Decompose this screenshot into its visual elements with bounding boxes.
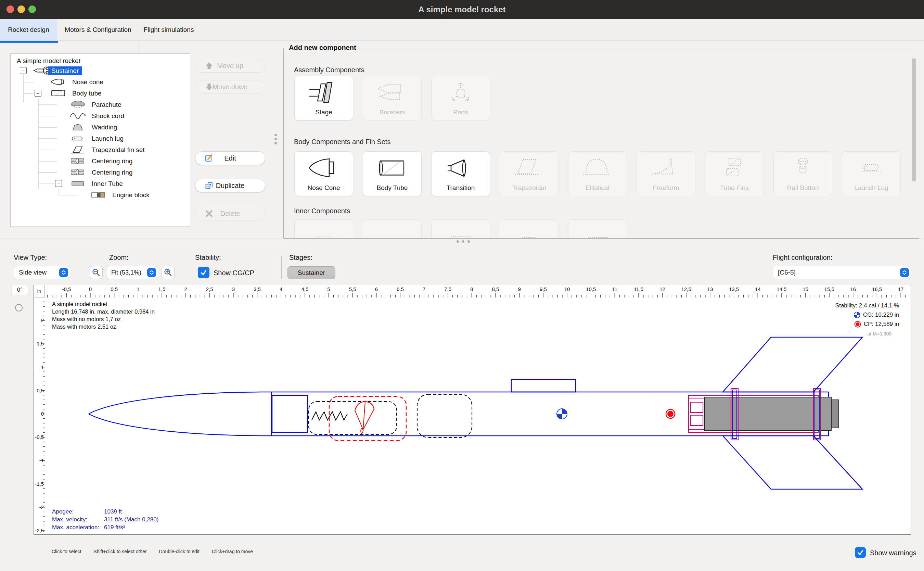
cp-marker bbox=[666, 409, 675, 418]
add-trapezoidal-card: Trapezoidal bbox=[500, 151, 559, 196]
svg-text:-2,5: -2,5 bbox=[35, 528, 44, 533]
section-label: Inner Components bbox=[294, 207, 350, 215]
stage-toggle-sustainer[interactable]: Sustainer bbox=[288, 266, 336, 279]
tree-connector bbox=[38, 99, 38, 189]
tree-item-parachute[interactable]: Parachute bbox=[90, 99, 123, 110]
svg-text:1: 1 bbox=[137, 286, 139, 292]
boosters-icon bbox=[363, 76, 421, 108]
horizontal-drag-handle[interactable] bbox=[456, 240, 470, 243]
view-type-select[interactable]: Side view bbox=[14, 266, 70, 279]
wadding-outline bbox=[417, 394, 472, 437]
tree-item-launch-lug[interactable]: Launch lug bbox=[90, 133, 125, 144]
flight-stat-row: Max. acceleration:619 ft/s² bbox=[52, 523, 159, 531]
zoom-out-button[interactable] bbox=[90, 266, 103, 279]
tree-item-wadding[interactable]: Wadding bbox=[90, 122, 119, 133]
horizontal-splitter[interactable] bbox=[0, 239, 924, 239]
tab-motors-configuration[interactable]: Motors & Configuration bbox=[57, 19, 139, 41]
flight-config-label: Flight configuration: bbox=[773, 254, 833, 262]
tree-item-label: Launch lug bbox=[90, 134, 125, 143]
tree-item-label: Sustainer bbox=[48, 66, 82, 75]
chevron-updown-icon bbox=[147, 268, 156, 277]
info-length: Length 16,748 in, max. diameter 0,984 in bbox=[52, 308, 155, 315]
move-down-icon bbox=[205, 83, 213, 91]
tree-item-engine-block[interactable]: Engine block bbox=[111, 189, 151, 201]
tree-item-body-tube[interactable]: Body tube bbox=[71, 88, 103, 99]
tree-item-nose-cone[interactable]: Nose cone bbox=[71, 76, 105, 88]
zoom-select[interactable]: Fit (53,1%) bbox=[106, 266, 158, 279]
flight-stat-value: 1039 ft bbox=[104, 508, 122, 515]
add-body-tube-card[interactable]: Body Tube bbox=[363, 151, 422, 196]
hint-text: Click to select bbox=[52, 549, 81, 554]
tree-item-shock-cord[interactable]: Shock cord bbox=[90, 110, 126, 122]
card-label: Stage bbox=[315, 108, 332, 120]
section-label: Body Components and Fin Sets bbox=[294, 138, 391, 146]
finset-icon bbox=[69, 145, 87, 154]
cp-icon bbox=[854, 321, 861, 327]
tree-connector bbox=[38, 172, 57, 173]
add-pods-card: Pods bbox=[431, 76, 490, 120]
tab-flight-simulations[interactable]: Flight simulations bbox=[139, 19, 199, 41]
svg-text:7,5: 7,5 bbox=[444, 286, 451, 292]
svg-text:2: 2 bbox=[184, 286, 187, 292]
inner1-icon bbox=[295, 220, 353, 239]
tree-item-centering-ring[interactable]: Centering ring bbox=[90, 156, 134, 167]
flight-stat-row: Apogee:1039 ft bbox=[52, 508, 159, 515]
panel-scrollbar[interactable] bbox=[912, 58, 916, 181]
tree-item-inner-tube[interactable]: Inner Tube bbox=[90, 178, 124, 189]
rocket-drawing[interactable]: -0,500,511,522,533,544,555,566,577,588,5… bbox=[34, 285, 910, 534]
tree-connector bbox=[38, 161, 57, 162]
railbutton-icon bbox=[774, 152, 832, 184]
parachute-outline bbox=[329, 397, 406, 441]
zoom-out-icon bbox=[92, 268, 101, 277]
show-warnings-checkbox[interactable] bbox=[855, 547, 866, 558]
edit-label: Edit bbox=[224, 154, 236, 162]
tree-expander-sustainer[interactable]: − bbox=[20, 67, 27, 74]
horizontal-ruler: -0,500,511,522,533,544,555,566,577,588,5… bbox=[48, 286, 910, 298]
flight-stat-label: Max. velocity: bbox=[52, 515, 104, 523]
flight-stat-row: Max. velocity:311 ft/s (Mach 0,280) bbox=[52, 515, 159, 523]
svg-text:15: 15 bbox=[802, 286, 808, 292]
tab-rocket-design[interactable]: Rocket design bbox=[0, 19, 57, 41]
delete-icon bbox=[205, 210, 213, 218]
show-cgcp-checkbox[interactable] bbox=[198, 267, 209, 278]
vertical-drag-handle[interactable] bbox=[274, 132, 277, 146]
tree-item-sustainer[interactable]: Sustainer bbox=[48, 65, 82, 76]
svg-text:12,5: 12,5 bbox=[681, 286, 691, 292]
rocket-canvas[interactable]: -0,500,511,522,533,544,555,566,577,588,5… bbox=[34, 285, 911, 535]
duplicate-label: Duplicate bbox=[216, 182, 244, 190]
duplicate-button[interactable]: Duplicate bbox=[195, 179, 265, 192]
svg-text:13: 13 bbox=[707, 286, 713, 292]
add-stage-card[interactable]: Stage bbox=[294, 76, 353, 120]
component-tree[interactable]: A simple model rocket−SustainerNose cone… bbox=[11, 53, 190, 227]
flight-stat-value: 311 ft/s (Mach 0,280) bbox=[104, 515, 159, 523]
svg-text:5: 5 bbox=[327, 286, 330, 292]
tree-item-trapezoidal-fin-set[interactable]: Trapezoidal fin set bbox=[90, 144, 146, 156]
cg-icon bbox=[853, 312, 860, 318]
flight-stat-label: Apogee: bbox=[52, 508, 104, 515]
edit-icon bbox=[205, 154, 213, 162]
tree-expander-body-tube[interactable]: − bbox=[35, 90, 42, 97]
zoom-in-button[interactable] bbox=[162, 266, 174, 279]
add-nose-cone-card[interactable]: Nose Cone bbox=[294, 151, 353, 196]
move-down-label: Move down bbox=[213, 83, 248, 91]
edit-button[interactable]: Edit bbox=[195, 151, 265, 165]
vertical-ruler: -2,5-2-1,5-1-0,500,511,52 bbox=[35, 302, 45, 533]
mach-note: at M=0,300 bbox=[835, 329, 892, 339]
elliptical-icon bbox=[568, 152, 627, 184]
tree-expander-inner-tube[interactable]: − bbox=[55, 180, 62, 187]
ruler-unit: in bbox=[34, 285, 45, 298]
svg-text:-2: -2 bbox=[39, 504, 44, 510]
delete-button: Delete bbox=[195, 207, 265, 221]
tree-item-centering-ring[interactable]: Centering ring bbox=[90, 167, 134, 178]
tree-connector bbox=[38, 116, 57, 116]
tree-connector bbox=[38, 127, 57, 128]
stability-value: Stability: 2,4 cal / 14,1 % bbox=[835, 301, 899, 310]
show-cgcp-label: Show CG/CP bbox=[214, 269, 254, 277]
add-transition-card[interactable]: Transition bbox=[431, 151, 490, 196]
rotation-slider-knob[interactable] bbox=[15, 304, 23, 312]
flight-config-value: [C6-5] bbox=[778, 269, 796, 276]
svg-text:15,5: 15,5 bbox=[824, 286, 834, 292]
controls-separator bbox=[281, 257, 282, 279]
innertube-icon bbox=[69, 179, 87, 188]
flight-config-select[interactable]: [C6-5] bbox=[773, 266, 911, 279]
